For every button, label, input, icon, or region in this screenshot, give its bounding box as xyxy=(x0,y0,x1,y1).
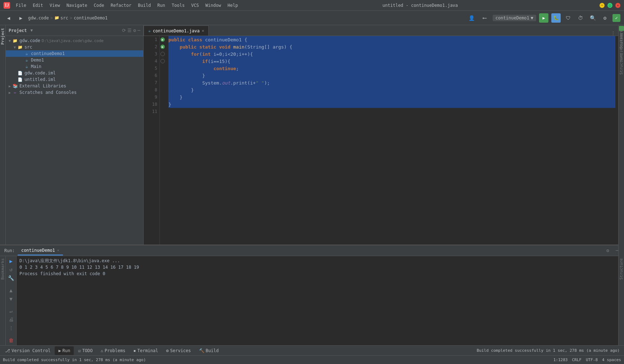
run-filter-btn[interactable]: ⋮ xyxy=(7,324,15,332)
gutter-4 xyxy=(160,58,166,65)
settings-icon[interactable]: ⚙ xyxy=(133,28,136,33)
close-button[interactable]: ✕ xyxy=(615,3,620,8)
tree-item-src[interactable]: ▼ 📁 src xyxy=(6,44,143,50)
build-icon: 🔨 xyxy=(199,348,204,353)
menu-help[interactable]: Help xyxy=(225,2,241,9)
gutter-run-1[interactable]: ▶ xyxy=(160,36,166,43)
profile-run-button[interactable]: ⏱ xyxy=(576,13,585,23)
todo-label: TODO xyxy=(82,348,93,353)
menu-run[interactable]: Run xyxy=(154,2,168,9)
code-content[interactable]: public class continueDemo1 { public stat… xyxy=(166,36,618,245)
structure-toggle[interactable]: Structure xyxy=(618,51,624,77)
menu-navigate[interactable]: Navigate xyxy=(64,2,90,9)
run-clear-btn[interactable]: 🗑 xyxy=(7,337,15,344)
gutter-9 xyxy=(160,94,166,101)
sync-icon[interactable]: ⟳ xyxy=(122,28,126,33)
forward-button[interactable]: ▶ xyxy=(16,13,26,23)
run-wrench-btn[interactable]: 🔧 xyxy=(7,274,15,282)
run-down-btn[interactable]: ▼ xyxy=(7,295,15,302)
toolbar-tab-run[interactable]: ▶ Run xyxy=(55,346,74,355)
tab-close-icon[interactable]: ✕ xyxy=(202,28,204,33)
project-panel-toggle[interactable]: Project xyxy=(0,25,6,47)
breadcrumb-src[interactable]: 📁 src xyxy=(54,15,68,21)
toolbar-tab-problems[interactable]: ⚠ Problems xyxy=(97,346,129,355)
coverage-button[interactable]: 🛡 xyxy=(564,13,573,23)
more-tabs-icon[interactable]: ⋮ xyxy=(611,31,615,36)
menu-view[interactable]: View xyxy=(47,2,63,9)
toolbar-tab-terminal[interactable]: ▪ Terminal xyxy=(130,346,162,355)
toolbar-tab-services[interactable]: ⚙ Services xyxy=(163,346,195,355)
menu-refactor[interactable]: Refactor xyxy=(108,2,134,9)
status-crlf[interactable]: CRLF xyxy=(572,358,582,362)
back-nav-icon[interactable]: ⟵ xyxy=(480,13,490,23)
bookmarks-run-label[interactable]: Bookmarks xyxy=(0,256,6,282)
status-indent[interactable]: 4 spaces xyxy=(602,358,621,362)
continuedemo1-label: continueDemo1 xyxy=(31,51,65,56)
tree-item-iml[interactable]: 📄 gdw.code.iml xyxy=(6,70,143,76)
menu-vcs[interactable]: VCS xyxy=(188,2,202,9)
breadcrumb-project[interactable]: gdw.code xyxy=(28,15,49,21)
line-num-5: 5 xyxy=(155,65,157,72)
run-config-arrow: ▼ xyxy=(531,15,533,21)
search-button[interactable]: 🔍 xyxy=(588,13,597,23)
tree-item-main[interactable]: ☕ Main xyxy=(6,63,143,70)
demo1-label: Demo1 xyxy=(31,58,44,63)
code-line-1: public class continueDemo1 { xyxy=(168,36,615,43)
breadcrumb-file[interactable]: continueDemo1 xyxy=(74,15,108,21)
status-build-text: Build completed successfully in 1 sec, 2… xyxy=(3,358,146,362)
tree-item-demo1[interactable]: ☕ Demo1 xyxy=(6,57,143,63)
line-num-3: 3 xyxy=(155,50,157,58)
run-soft-wrap-btn[interactable]: ↵ xyxy=(7,308,15,315)
toolbar-tab-build[interactable]: 🔨 Build xyxy=(195,346,222,355)
tree-item-untitled-iml[interactable]: 📄 untitled.iml xyxy=(6,76,143,83)
menu-bar[interactable]: File Edit View Navigate Code Refactor Bu… xyxy=(13,2,241,9)
menu-code[interactable]: Code xyxy=(91,2,107,9)
menu-tools[interactable]: Tools xyxy=(169,2,187,9)
bookmarks-toggle[interactable]: Bookmarks xyxy=(618,25,624,51)
code-line-6: } xyxy=(168,72,615,79)
run-output-line2: Process finished with exit code 0 xyxy=(19,270,615,277)
maximize-button[interactable]: □ xyxy=(607,3,612,8)
run-tab[interactable]: continueDemo1 ✕ xyxy=(18,246,63,255)
menu-edit[interactable]: Edit xyxy=(30,2,46,9)
menu-window[interactable]: Window xyxy=(203,2,224,9)
toolbar-tab-todo[interactable]: ☑ TODO xyxy=(74,346,96,355)
run-tab-close[interactable]: ✕ xyxy=(57,248,59,252)
gutter-run-2[interactable]: ▶ xyxy=(160,43,166,50)
tree-item-root[interactable]: ▼ 📁 gdw.code D:\java\java.code\gdw.code xyxy=(6,37,143,44)
run-play-btn[interactable]: ▶ xyxy=(7,258,15,265)
external-libs-arrow[interactable]: ▶ xyxy=(7,84,12,88)
close-panel-icon[interactable]: ─ xyxy=(137,28,140,33)
scratches-arrow[interactable]: ▶ xyxy=(7,91,12,95)
debug-button[interactable]: 🐛 xyxy=(551,13,561,23)
run-config[interactable]: continueDemo1 ▼ xyxy=(493,15,536,21)
status-position[interactable]: 1:1283 xyxy=(553,358,568,362)
code-editor[interactable]: 1 2 3 4 5 6 7 8 9 10 11 ▶ ▶ xyxy=(144,36,618,245)
profile-icon[interactable]: 👤 xyxy=(467,13,477,23)
src-arrow[interactable]: ▼ xyxy=(12,45,17,49)
nav-bar: ◀ ▶ gdw.code > 📁 src > continueDemo1 👤 ⟵… xyxy=(0,11,624,25)
editor-tab-continuedemo1[interactable]: ☕ continueDemo1.java ✕ xyxy=(144,26,209,36)
run-up-btn[interactable]: ▲ xyxy=(7,287,15,294)
run-rerun-btn[interactable]: ↺ xyxy=(7,266,15,273)
root-arrow[interactable]: ▼ xyxy=(7,39,12,43)
status-charset[interactable]: UTF-8 xyxy=(586,358,598,362)
menu-file[interactable]: File xyxy=(13,2,29,9)
back-button[interactable]: ◀ xyxy=(4,13,14,23)
run-button[interactable]: ▶ xyxy=(539,13,548,23)
toolbar-tab-version-control[interactable]: ⎇ Version Control xyxy=(1,346,54,355)
run-print-btn[interactable]: 🖨 xyxy=(7,316,15,323)
status-bar: Build completed successfully in 1 sec, 2… xyxy=(0,355,624,364)
settings-tool-icon[interactable]: ⚙ xyxy=(604,247,612,255)
services-icon: ⚙ xyxy=(166,348,169,353)
tree-item-continuedemo1[interactable]: ☕ continueDemo1 xyxy=(6,50,143,57)
tree-item-external-libs[interactable]: ▶ 📚 External Libraries xyxy=(6,83,143,89)
collapse-icon[interactable]: ☰ xyxy=(127,28,132,33)
minimize-button[interactable]: ─ xyxy=(600,3,605,8)
settings-button[interactable]: ⚙ xyxy=(600,13,610,23)
code-line-5: continue; xyxy=(168,65,615,72)
menu-build[interactable]: Build xyxy=(135,2,154,9)
tree-item-scratches[interactable]: ▶ ✏ Scratches and Consoles xyxy=(6,89,143,96)
editor-tab-right: ⋮ xyxy=(611,31,618,36)
structure-run-label[interactable]: Structure xyxy=(618,256,624,282)
